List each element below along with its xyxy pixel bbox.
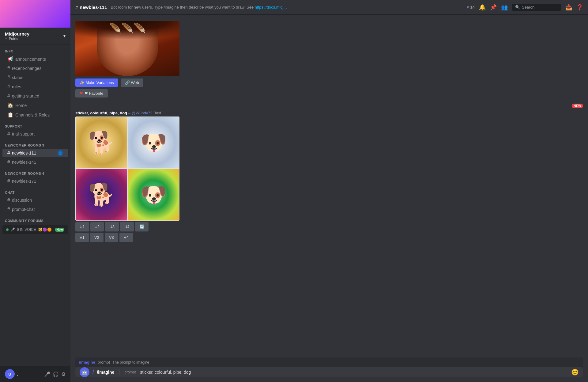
input-area: /imagine prompt The prompt to imagine 🤖 … [70, 357, 588, 382]
hash-icon: # [7, 150, 10, 156]
header-link[interactable]: https://docs.midj... [255, 5, 287, 10]
channel-label: trial-support [12, 132, 35, 136]
channel-title: newbies-111 [80, 5, 107, 10]
channel-label: Channels & Roles [15, 113, 50, 117]
refresh-button[interactable]: 🔄 [135, 222, 149, 231]
chat-input-wrapper: 🤖 / /imagine prompt 😊 [75, 367, 583, 377]
variation-v3-button[interactable]: V3 [105, 233, 118, 242]
deafen-icon[interactable]: 🎧 [53, 371, 59, 377]
make-variations-button[interactable]: ✨ Make Variations [75, 78, 118, 87]
heart-icon: ❤ [80, 91, 83, 96]
sidebar-item-home[interactable]: 🏠 Home [2, 101, 68, 110]
portrait-feathers: 🪶🪶🪶 [109, 22, 146, 34]
section-chat: CHAT [0, 186, 70, 196]
sidebar-item-prompt-chat[interactable]: # prompt-chat [2, 205, 68, 214]
variation-v4-button[interactable]: V4 [119, 233, 133, 242]
user-add-badge: 👤 [58, 150, 63, 156]
upscale-u4-button[interactable]: U4 [120, 222, 134, 231]
sticker-cell-3: 🐕 [75, 169, 127, 221]
sidebar-item-recent-changes[interactable]: # recent-changes [2, 64, 68, 73]
search-box[interactable]: 🔍 Search [512, 4, 561, 11]
settings-icon[interactable]: ⚙ [61, 371, 66, 377]
emoji-picker-button[interactable]: 😊 [571, 369, 579, 376]
header-actions: # 14 🔔 📌 👥 🔍 Search 📥 ❓ [467, 4, 583, 11]
prompt-content: sticker, colourful, pipe, dog [75, 111, 127, 115]
members-icon[interactable]: 👥 [501, 4, 508, 11]
channel-label: prompt-chat [12, 207, 35, 212]
sidebar-item-announcements[interactable]: 📢 announcements [2, 55, 68, 63]
web-button[interactable]: 🔗 Web [121, 78, 143, 87]
new-messages-divider: NEW [75, 104, 583, 108]
hash-icon: # [7, 84, 10, 90]
channel-label: rules [12, 84, 21, 89]
slash-command-desc: prompt [98, 360, 110, 365]
sidebar-item-newbies-111[interactable]: # newbies-111 👤 [2, 149, 68, 157]
server-banner [0, 0, 70, 28]
sidebar-item-discussion[interactable]: # discussion [2, 196, 68, 204]
dog-sticker-3: 🐕 [88, 182, 115, 207]
channel-label: newbies-171 [12, 179, 36, 184]
announcement-icon: 📢 [7, 56, 13, 62]
header-hash-icon: # [75, 5, 78, 10]
bot-icon: 🤖 [80, 367, 89, 377]
sticker-cell-4: 🐶 [127, 169, 179, 221]
sidebar-item-rules[interactable]: # rules [2, 82, 68, 91]
dog-sticker-4: 🐶 [140, 182, 167, 207]
inbox-icon[interactable]: 📥 [565, 4, 572, 11]
sidebar: Midjourney ✓ Public ▾ INFO 📢 announcemen… [0, 0, 70, 382]
help-icon[interactable]: ❓ [576, 4, 583, 11]
message-group-2: sticker, colourful, pipe, dog – @W3ndy72… [75, 111, 583, 242]
sidebar-item-trial-support[interactable]: # trial-support [2, 130, 68, 138]
main-content: # newbies-111 Bot room for new users. Ty… [70, 0, 588, 382]
sidebar-item-newbies-141[interactable]: # newbies-141 [2, 158, 68, 166]
image-action-buttons: ✨ Make Variations 🔗 Web [75, 78, 583, 87]
slash-command-name: /imagine [79, 360, 95, 365]
hash-icon: # [7, 159, 10, 165]
message-group-1: 🪶🪶🪶 ✨ Make Variations 🔗 Web ❤ ❤ Favorite [75, 20, 583, 99]
hash-icon: # [7, 75, 10, 80]
sticker-grid: 🐕 🐶 🐕 🐶 [75, 117, 179, 221]
user-controls: 🎤 🎧 ⚙ [44, 371, 66, 377]
username: . [17, 372, 42, 376]
channel-label: discussion [12, 198, 32, 203]
thread-count: # 14 [467, 5, 475, 10]
divider [119, 369, 119, 375]
sidebar-item-status[interactable]: # status [2, 73, 68, 82]
section-newcomer4: NEWCOMER ROOMS 4 [0, 167, 70, 177]
voice-section: 🎤 6 IN VOICE 🐱🟣🟠 New [2, 225, 68, 234]
header-description: Bot room for new users. Type /imagine th… [111, 5, 463, 10]
channel-label: newbies-111 [12, 151, 36, 155]
mention[interactable]: @W3ndy72 [132, 111, 153, 115]
upscale-u2-button[interactable]: U2 [90, 222, 104, 231]
mute-icon[interactable]: 🎤 [44, 371, 50, 377]
upscale-u1-button[interactable]: U1 [75, 222, 89, 231]
favorite-button[interactable]: ❤ ❤ Favorite [75, 89, 108, 97]
upscale-u3-button[interactable]: U3 [105, 222, 119, 231]
image-container: 🪶🪶🪶 [75, 21, 179, 76]
new-messages-badge: NEW [572, 104, 583, 108]
sidebar-item-channels-roles[interactable]: 📋 Channels & Roles [2, 110, 68, 119]
dog-sticker-2: 🐶 [140, 130, 167, 155]
divider-line [75, 106, 569, 106]
variation-v2-button[interactable]: V2 [90, 233, 104, 242]
slash-icon: / [92, 369, 94, 375]
voice-new-badge: New [55, 228, 64, 232]
sidebar-item-newbies-171[interactable]: # newbies-171 [2, 177, 68, 185]
variation-v1-button[interactable]: V1 [75, 233, 89, 242]
notification-bell-icon[interactable]: 🔔 [479, 4, 486, 11]
chat-input[interactable] [140, 370, 568, 375]
server-header[interactable]: Midjourney ✓ Public ▾ [0, 28, 70, 44]
slash-hint-desc: The prompt to imagine [112, 360, 149, 365]
hash-icon: # [7, 207, 10, 212]
hash-icon: # [7, 178, 10, 184]
sidebar-item-getting-started[interactable]: # getting-started [2, 92, 68, 100]
pin-icon[interactable]: 📌 [490, 4, 497, 11]
section-support: SUPPORT [0, 120, 70, 129]
voice-count-label: 6 IN VOICE [17, 227, 36, 232]
hash-icon: # [7, 93, 10, 99]
voice-avatars: 🐱🟣🟠 [38, 227, 52, 232]
channels-icon: 📋 [7, 112, 13, 118]
messages-area: 🪶🪶🪶 ✨ Make Variations 🔗 Web ❤ ❤ Favorite [70, 15, 588, 357]
server-status: Public [9, 37, 18, 40]
public-icon: ✓ [5, 36, 8, 40]
